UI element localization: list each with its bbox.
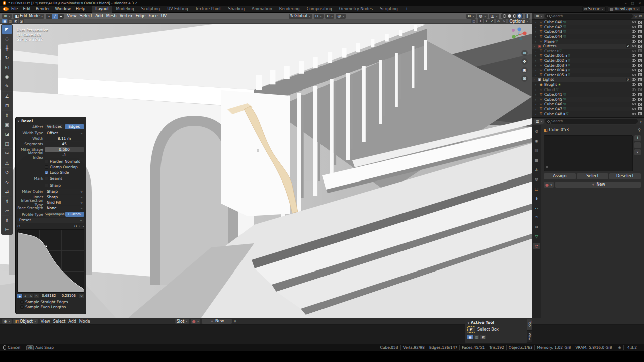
render-camera-icon[interactable]	[638, 88, 642, 91]
outliner-item-name[interactable]: Cube.048	[544, 112, 562, 116]
window-control-button[interactable]: ×	[639, 1, 641, 5]
tool-button[interactable]: ◱	[2, 63, 12, 72]
properties-tab[interactable]: ▦	[533, 157, 540, 163]
workspace-tab[interactable]: Animation	[248, 6, 276, 13]
outliner-item-name[interactable]: Cube.044	[544, 34, 562, 39]
select-subtract-icon[interactable]: ◩	[480, 335, 486, 339]
curve-x-value[interactable]: 0.68182	[39, 294, 59, 298]
outliner-row[interactable]: › Cutter.003	[532, 63, 644, 68]
outliner-item-name[interactable]: Cube.045	[544, 97, 562, 102]
properties-tab[interactable]: ◍	[533, 176, 540, 183]
tool-button[interactable]: ◫	[2, 139, 12, 148]
profile-type-button[interactable]: Custom	[65, 212, 84, 217]
handle-auto-icon[interactable]: ∧	[23, 294, 28, 298]
tool-button[interactable]: ◉	[2, 72, 12, 81]
visibility-eye-icon[interactable]	[632, 26, 636, 28]
properties-tab[interactable]: ▽	[533, 233, 540, 240]
menu-item[interactable]: Edit	[20, 6, 33, 13]
outliner-item-name[interactable]: Cutter.004	[544, 68, 565, 72]
sidebar-tab[interactable]: Tool	[527, 319, 532, 330]
render-camera-icon[interactable]	[638, 103, 642, 106]
visibility-eye-icon[interactable]	[632, 21, 636, 23]
render-camera-icon[interactable]	[638, 30, 642, 33]
options-dropdown[interactable]: Options	[508, 19, 530, 23]
window-control-button[interactable]: –	[625, 1, 626, 5]
collection-checkbox-icon[interactable]	[626, 44, 630, 48]
render-camera-icon[interactable]	[638, 107, 642, 110]
properties-tab[interactable]: ◗	[533, 195, 540, 202]
viewport-menu-item[interactable]: UV	[159, 14, 168, 18]
gizmo-z-axis[interactable]	[517, 27, 521, 31]
bevel-field[interactable]: 0.500	[45, 147, 84, 152]
disclosure-icon[interactable]: ›	[534, 93, 538, 96]
disclosure-icon[interactable]: ›	[534, 98, 538, 101]
render-camera-icon[interactable]	[638, 45, 642, 48]
tool-button[interactable]: ↺	[2, 168, 12, 177]
properties-search[interactable]	[545, 119, 638, 124]
disclosure-icon[interactable]: ›	[534, 68, 538, 72]
tool-button[interactable]: ⇄	[2, 187, 12, 196]
mode-dropdown[interactable]: Edit Mode	[13, 14, 44, 19]
outliner-item-name[interactable]: Cube.043	[544, 29, 562, 34]
outliner-row[interactable]: › Cube.045	[532, 97, 644, 102]
visibility-eye-icon[interactable]	[632, 113, 636, 115]
outliner-item-name[interactable]: Cutter.002	[544, 58, 565, 63]
workspace-tab[interactable]: Geometry Nodes	[336, 6, 376, 13]
properties-tab[interactable]: □	[533, 186, 540, 192]
render-camera-icon[interactable]	[638, 69, 642, 72]
visibility-eye-icon[interactable]	[632, 69, 636, 71]
tool-button[interactable]: ↻	[2, 53, 12, 62]
workspace-tab[interactable]: +	[401, 6, 412, 13]
solid-shading-icon[interactable]	[508, 14, 511, 18]
properties-tab[interactable]: ⊚	[533, 128, 540, 135]
select-new-icon[interactable]: ▦	[467, 335, 473, 339]
visibility-eye-icon[interactable]	[632, 35, 636, 38]
bevel-dropdown[interactable]: Sharp	[45, 195, 84, 200]
outliner-row[interactable]: › Cube.042	[532, 25, 644, 30]
select-intersect-icon[interactable]: ◪	[19, 19, 24, 23]
material-slot-list[interactable]	[544, 135, 633, 171]
visibility-eye-icon[interactable]	[632, 45, 636, 47]
visibility-eye-icon[interactable]	[632, 30, 636, 33]
sidebar-tab[interactable]: View	[527, 331, 532, 342]
disclosure-icon[interactable]: ›	[534, 88, 538, 92]
outliner-display-mode-button[interactable]	[534, 14, 544, 19]
properties-tab[interactable]: ◉	[533, 138, 540, 144]
pin-icon[interactable]	[638, 128, 641, 132]
outliner-item-name[interactable]: Cube.041	[544, 92, 562, 97]
tool-button[interactable]: ◌	[2, 34, 12, 43]
outliner-row[interactable]: › Cube.044	[532, 34, 644, 39]
delete-point-icon[interactable]: ×	[79, 294, 84, 298]
proportional-editing-dropdown[interactable]	[336, 14, 346, 19]
outliner-item-name[interactable]: Brught	[544, 82, 557, 87]
outliner-item-name[interactable]: Cutter.001	[544, 53, 565, 58]
wireframe-shading-icon[interactable]	[503, 14, 506, 18]
disclosure-icon[interactable]: ›	[534, 102, 538, 106]
outliner-search[interactable]	[545, 14, 633, 19]
outliner-row[interactable]: › Cutter.005	[532, 73, 644, 78]
menu-item[interactable]: Window	[52, 6, 73, 13]
face-select-icon[interactable]: ▰	[58, 14, 64, 19]
browse-material-button[interactable]	[191, 319, 201, 324]
select-new-icon[interactable]: ▦	[2, 19, 7, 23]
curve-zoom-icon[interactable]	[17, 224, 20, 228]
viewlayer-selector[interactable]: ViewLayer×	[608, 6, 641, 12]
outliner-row[interactable]: › Cutter.004	[532, 68, 644, 73]
curve-control-point[interactable]	[45, 245, 47, 247]
viewport-menu-item[interactable]: Mesh	[105, 14, 118, 18]
outliner-item-name[interactable]: Cloud	[544, 87, 555, 92]
browse-material-button[interactable]	[544, 182, 554, 188]
viewport-menu-item[interactable]: Select	[78, 14, 94, 18]
clear-viewlayer-icon[interactable]: ×	[636, 7, 639, 11]
tool-button[interactable]: ◤	[2, 25, 12, 34]
workspace-tab[interactable]: Compositing	[303, 6, 336, 13]
select-extend-icon[interactable]: ◫	[8, 19, 13, 23]
properties-tab[interactable]: ∴	[533, 205, 540, 211]
deselect-button[interactable]: Deselect	[609, 173, 641, 179]
shader-menu-item[interactable]: Node	[78, 319, 92, 324]
workspace-tab[interactable]: Texture Paint	[192, 6, 225, 13]
disclosure-icon[interactable]: ›	[534, 83, 538, 86]
mirror-axis-toggle[interactable]: Z	[489, 19, 494, 23]
profile-type-button[interactable]: Superellipse	[45, 212, 65, 217]
render-camera-icon[interactable]	[638, 54, 642, 57]
